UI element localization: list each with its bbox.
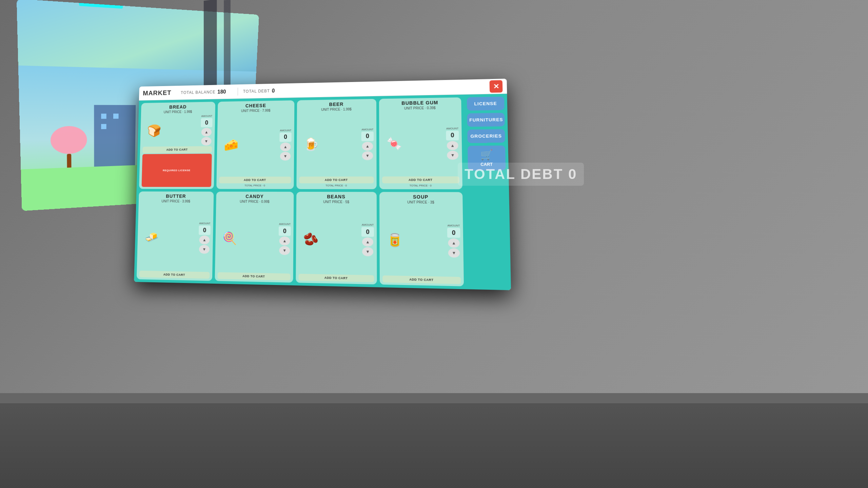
soup-icon: 🥫	[387, 232, 403, 247]
product-name-soup: SOUP	[413, 194, 429, 200]
arrow-up-bubblegum[interactable]: ▲	[447, 141, 458, 150]
product-price-butter: UNIT PRICE · 3.99$	[161, 199, 190, 203]
amount-value-cheese: 0	[279, 132, 291, 142]
cart-icon: 🛒	[480, 149, 493, 161]
amount-label-butter: AMOUNT	[199, 222, 210, 225]
amount-value-bread: 0	[201, 118, 212, 127]
arrows-bubblegum: ▲ ▼	[447, 141, 458, 160]
soup-bottom: ADD TO CART	[382, 276, 461, 284]
product-price-soup: UNIT PRICE · 3$	[407, 200, 434, 204]
amount-value-beans: 0	[361, 227, 374, 237]
product-image-bread: 🍞	[143, 119, 165, 142]
arrow-up-bread[interactable]: ▲	[201, 128, 212, 136]
desk-top	[0, 393, 868, 403]
license-button[interactable]: LICENSE	[467, 97, 505, 110]
amount-value-beer: 0	[361, 131, 374, 141]
add-to-cart-butter[interactable]: ADD TO CART	[139, 271, 210, 279]
bubblegum-icon: 🍬	[386, 136, 402, 151]
product-card-beans: BEANS UNIT PRICE · 5$ 🫘 AMOUNT 0 ▲ ▼	[296, 192, 377, 284]
arrows-butter: ▲ ▼	[199, 236, 210, 254]
arrow-down-beer[interactable]: ▼	[362, 151, 373, 160]
furnitures-button[interactable]: FURNITURES	[467, 113, 505, 127]
debt-label: TOTAL DEBT	[243, 88, 270, 94]
total-debt-overlay: ToTaL DEBT 0	[458, 163, 584, 186]
bread-controls: AMOUNT 0 ▲ ▼	[200, 115, 213, 146]
product-middle-cheese: 🧀 AMOUNT 0 ▲ ▼	[219, 113, 292, 176]
arrow-down-bubblegum[interactable]: ▼	[447, 150, 458, 160]
arrow-up-butter[interactable]: ▲	[199, 236, 210, 244]
building-window	[101, 124, 106, 129]
product-price-beans: UNIT PRICE · 5$	[323, 200, 349, 204]
butter-controls: AMOUNT 0 ▲ ▼	[198, 222, 211, 254]
amount-label-candy: AMOUNT	[279, 223, 291, 226]
close-button[interactable]: ✕	[490, 80, 503, 93]
total-price-bubblegum: TOTAL PRICE · 0	[410, 184, 432, 187]
product-price-bubblegum: UNIT PRICE · 0.39$	[404, 106, 436, 110]
required-license-bread[interactable]: REQUIRED LICENSE	[142, 154, 212, 187]
bread-bottom: ADD TO CART	[142, 146, 212, 153]
arrow-down-cheese[interactable]: ▼	[280, 152, 291, 161]
arrow-up-beans[interactable]: ▲	[362, 237, 373, 246]
main-monitor: MARKET TOTAL BALANCE 180 TOTAL DEBT 0 ✕ …	[134, 79, 511, 290]
amount-label-bread: AMOUNT	[201, 115, 212, 118]
debt-value: 0	[272, 88, 275, 94]
candy-icon: 🍭	[222, 231, 237, 245]
arrow-down-beans[interactable]: ▼	[362, 247, 373, 256]
add-to-cart-candy[interactable]: ADD TO CART	[217, 272, 290, 281]
balance-section: TOTAL BALANCE 180	[181, 89, 226, 96]
arrows-soup: ▲ ▼	[448, 238, 460, 258]
debt-section: TOTAL DEBT 0	[243, 83, 490, 94]
add-to-cart-beans[interactable]: ADD TO CART	[298, 274, 374, 282]
amount-label-bubblegum: AMOUNT	[446, 127, 458, 130]
product-card-beer: BEER UNIT PRICE · 1.99$ 🍺 AMOUNT 0 ▲ ▼	[296, 99, 376, 189]
arrows-cheese: ▲ ▼	[280, 142, 291, 160]
add-to-cart-soup[interactable]: ADD TO CART	[382, 276, 461, 284]
desk	[0, 393, 868, 488]
arrow-up-cheese[interactable]: ▲	[280, 142, 291, 151]
product-card-soup: SOUP UNIT PRICE · 3$ 🥫 AMOUNT 0 ▲ ▼	[379, 192, 464, 286]
product-image-candy: 🍭	[218, 226, 241, 250]
product-image-cheese: 🧀	[219, 134, 242, 157]
beans-icon: 🫘	[303, 232, 318, 246]
add-to-cart-beer[interactable]: ADD TO CART	[299, 177, 374, 183]
product-price-candy: UNIT PRICE · 0.99$	[240, 200, 270, 203]
beer-icon: 🍺	[303, 137, 319, 151]
arrow-up-beer[interactable]: ▲	[362, 142, 373, 150]
product-card-butter: BUTTER UNIT PRICE · 3.99$ 🧈 AMOUNT 0 ▲ ▼	[137, 191, 214, 281]
product-image-butter: 🧈	[140, 225, 163, 249]
arrow-down-candy[interactable]: ▼	[279, 246, 290, 255]
arrow-up-soup[interactable]: ▲	[448, 238, 459, 248]
product-middle-candy: 🍭 AMOUNT 0 ▲ ▼	[218, 205, 291, 273]
add-to-cart-bread[interactable]: ADD TO CART	[142, 146, 212, 153]
add-to-cart-cheese[interactable]: ADD TO CART	[219, 177, 291, 183]
butter-icon: 🧈	[144, 230, 159, 244]
market-body: BREAD UNIT PRICE · 1.99$ 🍞 AMOUNT 0 ▲ ▼	[134, 94, 511, 290]
add-to-cart-bubblegum[interactable]: ADD TO CART	[382, 176, 459, 183]
product-card-candy: CANDY UNIT PRICE · 0.99$ 🍭 AMOUNT 0 ▲ ▼	[215, 191, 294, 283]
arrows-beans: ▲ ▼	[362, 237, 373, 256]
arrow-down-soup[interactable]: ▼	[448, 248, 460, 258]
market-ui: MARKET TOTAL BALANCE 180 TOTAL DEBT 0 ✕ …	[134, 79, 511, 290]
product-image-bubblegum: 🍬	[382, 131, 406, 156]
total-price-beer: TOTAL PRICE · 0	[326, 184, 347, 187]
amount-label-beans: AMOUNT	[362, 223, 374, 227]
amount-value-butter: 0	[199, 225, 211, 235]
market-title: MARKET	[143, 89, 172, 97]
product-middle-soup: 🥫 AMOUNT 0 ▲ ▼	[382, 205, 461, 276]
beer-bottom: ADD TO CART	[299, 177, 374, 183]
butter-bottom: ADD TO CART	[139, 271, 210, 279]
arrow-down-bread[interactable]: ▼	[201, 137, 212, 145]
groceries-button[interactable]: GROCERIES	[467, 129, 505, 143]
product-grid: BREAD UNIT PRICE · 1.99$ 🍞 AMOUNT 0 ▲ ▼	[134, 95, 467, 289]
soup-controls: AMOUNT 0 ▲ ▼	[447, 224, 461, 258]
amount-value-bubblegum: 0	[446, 130, 459, 140]
beans-bottom: ADD TO CART	[298, 274, 374, 282]
arrow-up-candy[interactable]: ▲	[279, 237, 290, 246]
balance-value: 180	[217, 89, 226, 95]
product-price-beer: UNIT PRICE · 1.99$	[321, 107, 351, 111]
product-middle-bubblegum: 🍬 AMOUNT 0 ▲ ▼	[382, 111, 459, 176]
arrow-down-butter[interactable]: ▼	[199, 245, 210, 254]
total-debt-big-text: ToTaL DEBT 0	[465, 166, 577, 182]
product-image-beans: 🫘	[299, 227, 322, 251]
bubblegum-controls: AMOUNT 0 ▲ ▼	[446, 127, 459, 160]
